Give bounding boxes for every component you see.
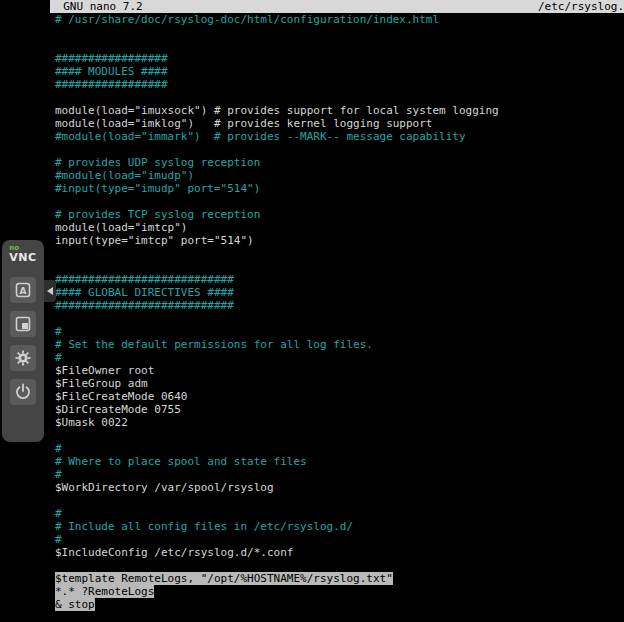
terminal-line: #module(load="immark") # provides --MARK… (55, 130, 624, 143)
terminal-line (55, 494, 624, 507)
disconnect-button[interactable] (10, 379, 36, 405)
terminal-line: #module(load="imudp") (55, 169, 624, 182)
terminal-line: $template RemoteLogs, "/opt/%HOSTNAME%/r… (55, 572, 624, 585)
svg-text:A: A (20, 286, 27, 296)
terminal-line: # (55, 442, 624, 455)
terminal-line (55, 39, 624, 52)
terminal-line: # (55, 351, 624, 364)
novnc-logo: no VNC (9, 245, 36, 263)
terminal-body[interactable]: # /usr/share/doc/rsyslog-doc/html/config… (50, 13, 624, 611)
terminal-line (55, 429, 624, 442)
terminal-line: # provides TCP syslog reception (55, 208, 624, 221)
terminal-line: # (55, 533, 624, 546)
extra-keys-icon: A (14, 281, 32, 299)
control-bar-handle[interactable] (44, 280, 56, 302)
terminal-line: $Umask 0022 (55, 416, 624, 429)
terminal-line (55, 312, 624, 325)
terminal-line: $FileCreateMode 0640 (55, 390, 624, 403)
terminal-line: #### GLOBAL DIRECTIVES #### (55, 286, 624, 299)
nano-app-title: GNU nano 7.2 (50, 0, 143, 13)
terminal-line (55, 260, 624, 273)
novnc-logo-vnc: VNC (9, 252, 36, 263)
terminal-window[interactable]: GNU nano 7.2 /etc/rsyslog. # /usr/share/… (50, 0, 624, 622)
terminal-line: module(load="imuxsock") # provides suppo… (55, 104, 624, 117)
terminal-line (55, 195, 624, 208)
terminal-line: ########################### (55, 299, 624, 312)
terminal-line: $IncludeConfig /etc/rsyslog.d/*.conf (55, 546, 624, 559)
terminal-line (55, 143, 624, 156)
terminal-line: # Include all config files in /etc/rsysl… (55, 520, 624, 533)
terminal-line (55, 26, 624, 39)
terminal-line: # (55, 468, 624, 481)
fullscreen-icon (14, 315, 32, 333)
power-icon (14, 383, 32, 401)
terminal-line: #### MODULES #### (55, 65, 624, 78)
terminal-line (55, 559, 624, 572)
terminal-line: #input(type="imudp" port="514") (55, 182, 624, 195)
terminal-line: # /usr/share/doc/rsyslog-doc/html/config… (55, 13, 624, 26)
extra-keys-button[interactable]: A (10, 277, 36, 303)
terminal-line: module(load="imklog") # provides kernel … (55, 117, 624, 130)
nano-filename: /etc/rsyslog. (538, 0, 624, 13)
terminal-line: # provides UDP syslog reception (55, 156, 624, 169)
terminal-line: ################# (55, 52, 624, 65)
terminal-line: $WorkDirectory /var/spool/rsyslog (55, 481, 624, 494)
settings-gear-icon (14, 349, 32, 367)
terminal-line: $DirCreateMode 0755 (55, 403, 624, 416)
terminal-line: & stop (55, 598, 624, 611)
terminal-line: $FileOwner root (55, 364, 624, 377)
terminal-line: ########################### (55, 273, 624, 286)
collapse-arrow-icon (47, 287, 53, 295)
terminal-line (55, 91, 624, 104)
terminal-line: input(type="imtcp" port="514") (55, 234, 624, 247)
terminal-line (55, 247, 624, 260)
terminal-line: module(load="imtcp") (55, 221, 624, 234)
terminal-line: *.* ?RemoteLogs (55, 585, 624, 598)
terminal-line: # Where to place spool and state files (55, 455, 624, 468)
fullscreen-button[interactable] (10, 311, 36, 337)
terminal-line: # (55, 325, 624, 338)
nano-titlebar: GNU nano 7.2 /etc/rsyslog. (50, 0, 624, 13)
terminal-line: $FileGroup adm (55, 377, 624, 390)
vnc-control-bar: no VNC A (2, 240, 44, 442)
terminal-line: ################# (55, 78, 624, 91)
terminal-line: # Set the default permissions for all lo… (55, 338, 624, 351)
settings-button[interactable] (10, 345, 36, 371)
terminal-line: # (55, 507, 624, 520)
